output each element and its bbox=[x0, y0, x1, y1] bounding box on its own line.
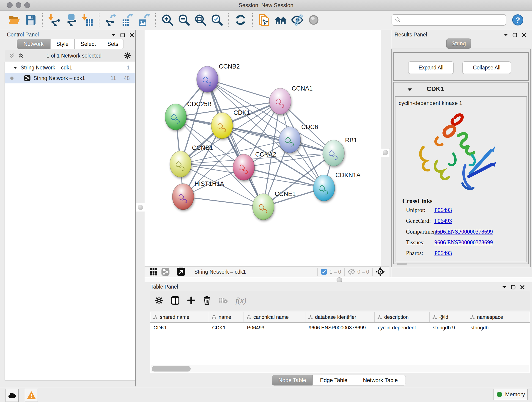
tab-string[interactable]: String bbox=[446, 38, 471, 49]
right-splitter-handle[interactable] bbox=[381, 148, 390, 157]
panel-menu-icon[interactable] bbox=[504, 33, 508, 37]
refresh-button[interactable] bbox=[234, 13, 247, 27]
network-graph[interactable]: CCNB2CCNA1CDC25BCDK1CDC6RB1CCNB1CCNA2CDK… bbox=[145, 30, 381, 266]
save-session-button[interactable] bbox=[24, 13, 37, 27]
network-share-icon[interactable] bbox=[161, 268, 170, 276]
collapse-all-button[interactable]: Collapse All bbox=[462, 61, 511, 74]
home-button[interactable] bbox=[274, 13, 287, 27]
column-header: name bbox=[209, 312, 244, 322]
import-table-button[interactable] bbox=[81, 13, 94, 27]
help-button[interactable]: ? bbox=[511, 13, 525, 27]
open-session-button[interactable] bbox=[7, 13, 21, 27]
network-collection-row[interactable]: String Network – cdk1 1 bbox=[5, 62, 135, 73]
network-node-RB1[interactable] bbox=[323, 140, 344, 166]
delete-table-icon-disabled bbox=[219, 297, 228, 304]
selected-checkbox-icon[interactable] bbox=[321, 269, 327, 275]
right-splitter[interactable] bbox=[381, 30, 389, 266]
zoom-in-button[interactable] bbox=[161, 13, 174, 27]
hide-selected-button[interactable] bbox=[291, 13, 304, 27]
network-node-CCNE1[interactable] bbox=[253, 194, 274, 220]
show-all-button[interactable] bbox=[307, 13, 320, 27]
table-gear-icon[interactable] bbox=[155, 296, 163, 305]
left-splitter[interactable] bbox=[136, 30, 145, 386]
results-hscroll-thumb[interactable] bbox=[397, 263, 407, 265]
gene-description: cyclin-dependent kinase 1 bbox=[399, 100, 462, 106]
panel-close-icon[interactable] bbox=[520, 285, 525, 290]
memory-button[interactable]: Memory bbox=[494, 389, 528, 400]
panel-menu-icon[interactable] bbox=[111, 33, 116, 37]
table-row[interactable]: CDK1 CDK1 P06493 9606.ENSP00000378699 cy… bbox=[150, 323, 530, 333]
tab-node-table[interactable]: Node Table bbox=[272, 375, 312, 385]
tab-network[interactable]: Network bbox=[17, 39, 51, 49]
warning-button[interactable] bbox=[25, 389, 38, 402]
panel-close-icon[interactable] bbox=[521, 32, 526, 38]
zoom-out-button[interactable] bbox=[177, 13, 191, 27]
hidden-count: 0 – 0 bbox=[357, 269, 369, 275]
crosslink-genecard[interactable]: P06493 bbox=[434, 218, 452, 224]
disclosure-triangle-icon[interactable] bbox=[13, 66, 17, 69]
network-node-CDK1[interactable] bbox=[211, 113, 233, 139]
import-network-file-button[interactable] bbox=[48, 13, 61, 27]
crosslink-tissues[interactable]: 9606.ENSP00000378699 bbox=[434, 239, 493, 246]
grid-view-icon[interactable] bbox=[150, 268, 157, 276]
network-canvas[interactable]: CCNB2CCNA1CDC25BCDK1CDC6RB1CCNB1CCNA2CDK… bbox=[145, 30, 381, 266]
left-splitter-handle[interactable] bbox=[136, 203, 145, 212]
copy-network-button[interactable] bbox=[258, 13, 271, 27]
network-node-CCNB2[interactable] bbox=[196, 66, 218, 92]
toolbar-separator bbox=[99, 13, 99, 27]
cloud-button[interactable] bbox=[6, 389, 19, 402]
network-node-CCNA1[interactable] bbox=[269, 88, 291, 114]
hidden-eye-slash-icon[interactable] bbox=[348, 268, 355, 275]
network-node-CCNB1[interactable] bbox=[170, 151, 191, 177]
tab-select[interactable]: Select bbox=[75, 39, 102, 49]
export-network-button[interactable] bbox=[104, 13, 118, 27]
collapse-all-icon[interactable] bbox=[18, 53, 24, 59]
birdseye-view-icon[interactable] bbox=[376, 267, 385, 276]
table-hscrollbar[interactable] bbox=[150, 365, 530, 373]
add-column-icon[interactable] bbox=[187, 297, 195, 304]
expand-all-button[interactable]: Expand All bbox=[408, 61, 454, 74]
network-edge[interactable] bbox=[183, 197, 263, 207]
panel-float-icon[interactable] bbox=[120, 32, 125, 38]
expand-all-icon[interactable] bbox=[9, 53, 15, 59]
gene-disclosure-icon[interactable] bbox=[407, 88, 412, 91]
network-node-CDC6[interactable] bbox=[279, 127, 301, 153]
horizontal-splitter[interactable] bbox=[145, 277, 532, 283]
tab-style[interactable]: Style bbox=[51, 39, 75, 49]
tab-network-table[interactable]: Network Table bbox=[355, 375, 406, 385]
crosslink-compartments[interactable]: 9606.ENSP00000378699 bbox=[434, 229, 493, 235]
crosslink-pharos[interactable]: P06493 bbox=[434, 250, 452, 256]
tab-sets[interactable]: Sets bbox=[102, 39, 124, 49]
panel-menu-icon[interactable] bbox=[502, 286, 507, 289]
search-field[interactable] bbox=[392, 14, 506, 26]
network-edge[interactable] bbox=[207, 79, 263, 207]
show-columns-icon[interactable] bbox=[171, 296, 180, 305]
export-image-button[interactable] bbox=[137, 13, 151, 27]
zoom-selected-button[interactable] bbox=[210, 13, 224, 27]
network-row[interactable]: String Network – cdk1 11 48 bbox=[5, 73, 135, 83]
search-input[interactable] bbox=[401, 17, 503, 23]
gear-icon[interactable] bbox=[124, 52, 131, 59]
export-table-button[interactable] bbox=[121, 13, 134, 27]
network-node-CDC25B[interactable] bbox=[165, 104, 186, 130]
tab-edge-table[interactable]: Edge Table bbox=[312, 375, 355, 385]
delete-column-icon[interactable] bbox=[203, 296, 211, 305]
network-node-CDKN1A[interactable] bbox=[313, 175, 335, 201]
network-edge[interactable] bbox=[207, 79, 280, 101]
network-node-HIST1H1A[interactable] bbox=[172, 184, 194, 210]
node-table[interactable]: shared name name canonical name database… bbox=[150, 312, 530, 373]
crosslink-uniprot[interactable]: P06493 bbox=[434, 207, 452, 213]
horizontal-splitter-handle[interactable] bbox=[336, 277, 342, 283]
import-network-database-button[interactable] bbox=[64, 13, 77, 27]
open-in-window-icon[interactable] bbox=[177, 267, 186, 276]
panel-float-icon[interactable] bbox=[511, 285, 516, 290]
control-panel: Control Panel Network Style Select Sets … bbox=[0, 30, 136, 386]
zoom-fit-button[interactable] bbox=[194, 13, 207, 27]
network-node-CCNA2[interactable] bbox=[233, 154, 254, 180]
column-header: description bbox=[375, 312, 430, 322]
panel-float-icon[interactable] bbox=[512, 32, 517, 38]
panel-close-icon[interactable] bbox=[129, 32, 134, 38]
table-hscroll-thumb[interactable] bbox=[152, 366, 191, 371]
network-list-header: 1 of 1 Network selected bbox=[5, 50, 135, 61]
crosslinks-title: CrossLinks bbox=[402, 198, 433, 205]
